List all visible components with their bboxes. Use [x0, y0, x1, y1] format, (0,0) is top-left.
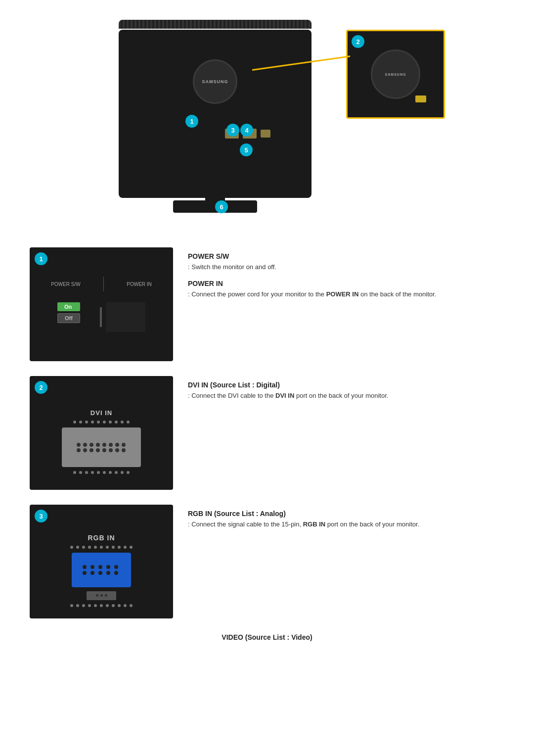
dvi-bold: DVI IN	[275, 392, 294, 399]
section-dvi: 2 DVI IN	[30, 376, 504, 490]
dvi-visual: DVI IN	[30, 376, 173, 490]
rgb-title-text: RGB IN (Source List : Analog)	[188, 510, 286, 518]
section-badge-1: 1	[35, 252, 47, 265]
monitor-diagram: SAMSUNG 1 3 4 5 6 SAMSUNG	[89, 20, 445, 228]
power-sw-title: POWER S/W	[188, 252, 504, 260]
badge-5: 5	[240, 143, 253, 156]
badge-2: 2	[352, 35, 364, 48]
rgb-dots-top	[70, 546, 133, 549]
dvi-port-label: DVI IN	[90, 409, 112, 417]
section-rgb: 3 RGB IN	[30, 505, 504, 618]
power-sw-visual: POWER S/W POWER IN On Off	[30, 247, 173, 361]
rgb-bold: RGB IN	[303, 520, 326, 528]
power-sw-desc: : Switch the monitor on and off.	[188, 262, 504, 273]
power-in-desc: : Connect the power cord for your monito…	[188, 289, 504, 300]
rgb-title: RGB IN (Source List : Analog)	[188, 510, 504, 518]
vga-port-visual	[72, 553, 131, 587]
power-labels-row: POWER S/W POWER IN	[30, 277, 173, 291]
dvi-image: 2 DVI IN	[30, 376, 173, 490]
badge-4: 4	[240, 124, 253, 137]
page-container: SAMSUNG 1 3 4 5 6 SAMSUNG	[0, 0, 534, 666]
zoom-connector	[415, 95, 426, 102]
samsung-logo-circle: SAMSUNG	[193, 59, 237, 104]
pw-divider	[103, 277, 104, 291]
power-in-socket	[106, 302, 145, 332]
vga-pins	[83, 565, 120, 575]
rgb-image: 3 RGB IN	[30, 505, 173, 618]
power-in-title: POWER IN	[188, 280, 504, 287]
dvi-title: DVI IN (Source List : Digital)	[188, 381, 504, 389]
section-badge-3: 3	[35, 510, 47, 522]
power-in-label: POWER IN	[127, 282, 152, 287]
power-description: POWER S/W : Switch the monitor on and of…	[188, 247, 504, 300]
dvi-description: DVI IN (Source List : Digital) : Connect…	[188, 376, 504, 401]
badge-1: 1	[185, 115, 198, 128]
power-switches: On Off	[57, 302, 80, 323]
video-label: VIDEO (Source List : Video)	[30, 633, 504, 641]
power-image: 1 POWER S/W POWER IN On Off	[30, 247, 173, 361]
dvi-desc: : Connect the DVI cable to the DVI IN po…	[188, 391, 504, 401]
rgb-visual: RGB IN	[30, 505, 173, 618]
badge-6: 6	[215, 200, 228, 213]
dvi-port-visual	[62, 427, 141, 467]
dvi-dots-top	[73, 421, 130, 424]
rgb-desc: : Connect the signal cable to the 15-pin…	[188, 520, 504, 530]
switch-on: On	[57, 302, 80, 311]
rgb-dots-bottom	[70, 604, 133, 607]
section-power: 1 POWER S/W POWER IN On Off	[30, 247, 504, 361]
badge-3: 3	[226, 124, 239, 137]
switch-off: Off	[57, 313, 80, 323]
samsung-brand: SAMSUNG	[202, 79, 228, 84]
connector-3	[261, 130, 270, 138]
power-sw-label: POWER S/W	[51, 282, 80, 287]
vga-bottom-connector	[87, 591, 116, 600]
zoom-samsung-brand: SAMSUNG	[385, 73, 406, 76]
zoom-samsung-circle: SAMSUNG	[371, 49, 420, 99]
section-badge-2: 2	[35, 381, 47, 394]
monitor-stand-neck	[205, 163, 225, 203]
zoom-inset: SAMSUNG 2	[346, 30, 445, 119]
monitor-vent	[119, 20, 312, 29]
dvi-dots-bottom	[73, 471, 130, 474]
power-in-bold: POWER IN	[326, 290, 359, 298]
dvi-pins	[77, 443, 127, 452]
rgb-port-label: RGB IN	[88, 534, 115, 542]
rgb-description: RGB IN (Source List : Analog) : Connect …	[188, 505, 504, 530]
dvi-title-text: DVI IN (Source List : Digital)	[188, 381, 280, 389]
